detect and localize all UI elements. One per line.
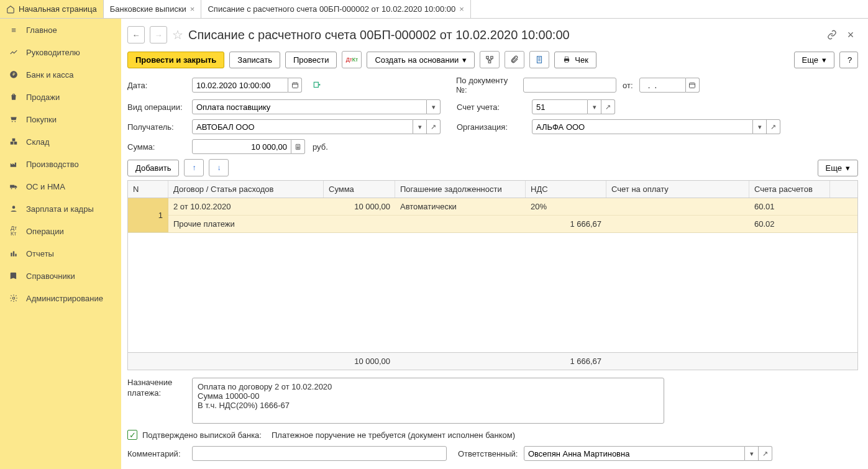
svg-point-10 (12, 206, 16, 209)
help-button[interactable]: ? (839, 52, 858, 68)
tab-bank-statements[interactable]: Банковские выписки × (104, 0, 202, 18)
nav-hr[interactable]: Зарплата и кадры (0, 198, 118, 220)
tab-document[interactable]: Списание с расчетного счета 00БП-000002 … (201, 0, 470, 18)
print-button[interactable] (529, 51, 549, 68)
nav-forward-button[interactable]: → (150, 26, 167, 43)
svg-rect-15 (487, 57, 489, 59)
add-row-button[interactable]: Добавить (127, 160, 179, 176)
org-input[interactable] (536, 120, 749, 134)
chevron-down-icon[interactable]: ▾ (588, 99, 601, 114)
refresh-icon[interactable] (309, 78, 324, 93)
nav-admin[interactable]: Администрирование (0, 287, 118, 309)
sum-input[interactable] (196, 140, 287, 153)
col-sum[interactable]: Сумма (324, 181, 395, 198)
nav-label: ОС и НМА (26, 182, 65, 191)
cheque-button[interactable]: Чек (554, 52, 596, 68)
col-accounts[interactable]: Счета расчетов (749, 181, 830, 198)
svg-rect-11 (11, 253, 12, 257)
post-and-close-button[interactable]: Провести и закрыть (127, 52, 224, 68)
chevron-down-icon[interactable]: ▾ (427, 99, 441, 114)
cell-repay[interactable]: Автоматически (395, 198, 526, 215)
cell-repay2[interactable] (395, 216, 526, 232)
star-icon[interactable]: ☆ (172, 27, 183, 42)
sidebar: ≡Главное Руководителю ₽Банк и касса Прод… (0, 19, 118, 469)
nav-main[interactable]: ≡Главное (0, 19, 118, 41)
nav-catalogs[interactable]: Справочники (0, 265, 118, 287)
truck-icon (9, 181, 19, 191)
chevron-down-icon[interactable]: ▾ (745, 446, 759, 461)
open-icon[interactable]: ↗ (601, 99, 615, 114)
open-icon[interactable]: ↗ (427, 119, 441, 134)
post-button[interactable]: Провести (285, 52, 337, 68)
move-down-button[interactable]: ↓ (209, 159, 229, 176)
calendar-icon[interactable] (686, 78, 700, 93)
grid-more-label: Еще (826, 163, 842, 173)
chevron-down-icon[interactable]: ▾ (753, 119, 767, 134)
nav-operations[interactable]: ДтКтОперации (0, 220, 118, 242)
col-n[interactable]: N (128, 181, 168, 198)
account-input[interactable] (536, 100, 583, 114)
svg-rect-24 (565, 61, 569, 63)
calculator-icon[interactable] (291, 139, 305, 154)
cell-sum[interactable]: 10 000,00 (324, 198, 395, 215)
cheque-label: Чек (575, 55, 588, 65)
dtkt-button[interactable]: ДтКт (342, 51, 362, 68)
svg-rect-16 (491, 57, 493, 59)
docnum-input[interactable] (528, 78, 612, 92)
nav-back-button[interactable]: ← (127, 26, 145, 43)
nav-label: Продажи (26, 93, 60, 102)
nav-reports[interactable]: Отчеты (0, 242, 118, 265)
svg-rect-23 (565, 57, 569, 58)
nav-bank[interactable]: ₽Банк и касса (0, 63, 118, 86)
recipient-input[interactable] (196, 120, 409, 134)
date-input[interactable] (196, 78, 284, 92)
cell-vat[interactable]: 20% (526, 198, 606, 215)
cell-expense[interactable]: Прочие платежи (168, 216, 324, 232)
calendar-icon[interactable] (288, 78, 302, 93)
cell-contract[interactable]: 2 от 10.02.2020 (168, 198, 324, 215)
col-repay[interactable]: Погашение задолженности (395, 181, 526, 198)
attachment-button[interactable] (505, 51, 524, 68)
col-vat[interactable]: НДС (526, 181, 606, 198)
col-invoice[interactable]: Счет на оплату (606, 181, 749, 198)
create-based-button[interactable]: Создать на основании▾ (367, 52, 475, 68)
grid-more-button[interactable]: Еще▾ (818, 160, 858, 176)
chevron-down-icon[interactable]: ▾ (413, 119, 427, 134)
cell-n[interactable]: 1 (128, 198, 168, 232)
purpose-textarea[interactable]: Оплата по договору 2 от 10.02.2020 Сумма… (192, 378, 664, 424)
confirmed-checkbox[interactable]: ✓ (127, 430, 137, 440)
cell-invoice2[interactable] (606, 216, 749, 232)
nav-production[interactable]: Производство (0, 153, 118, 175)
optype-input[interactable] (196, 100, 423, 114)
close-icon[interactable]: × (843, 27, 858, 42)
cell-vat-amount[interactable]: 1 666,67 (526, 216, 606, 232)
cell-sum2[interactable] (324, 216, 395, 232)
nav-label: Банк и касса (26, 70, 74, 80)
from-label: от: (623, 81, 633, 90)
grid-row[interactable]: 1 2 от 10.02.2020 10 000,00 Автоматическ… (128, 198, 857, 233)
link-icon[interactable] (825, 27, 839, 42)
nav-assets[interactable]: ОС и НМА (0, 175, 118, 198)
responsible-input[interactable] (528, 447, 741, 460)
col-contract[interactable]: Договор / Статья расходов (168, 181, 324, 198)
svg-point-39 (299, 148, 299, 148)
nav-warehouse[interactable]: Склад (0, 130, 118, 153)
close-icon[interactable]: × (190, 4, 195, 14)
open-icon[interactable]: ↗ (767, 119, 780, 134)
nav-sales[interactable]: Продажи (0, 86, 118, 108)
close-icon[interactable]: × (459, 4, 464, 14)
structure-button[interactable] (480, 51, 500, 68)
nav-manager[interactable]: Руководителю (0, 41, 118, 63)
cell-invoice[interactable] (606, 198, 749, 215)
cell-acc2[interactable]: 60.02 (749, 216, 830, 232)
move-up-button[interactable]: ↑ (184, 159, 204, 176)
nav-purchases[interactable]: Покупки (0, 108, 118, 130)
from-date-input[interactable] (644, 78, 682, 92)
open-icon[interactable]: ↗ (759, 446, 772, 461)
tab-home[interactable]: Начальная страница (0, 0, 104, 18)
save-button[interactable]: Записать (229, 52, 280, 68)
cell-acc[interactable]: 60.01 (749, 198, 830, 215)
more-button[interactable]: Еще▾ (794, 52, 834, 68)
comment-input[interactable] (196, 447, 442, 460)
grid-body[interactable]: 1 2 от 10.02.2020 10 000,00 Автоматическ… (128, 198, 857, 352)
